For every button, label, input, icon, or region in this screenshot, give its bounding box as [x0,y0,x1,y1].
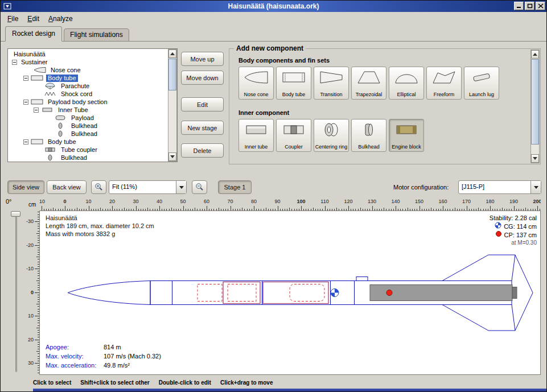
rotation-slider-handle[interactable] [11,211,20,217]
tree-item[interactable]: Inner Tube [9,106,168,114]
window-title: Haisunäätä (haisunaata.ork) [1,1,546,12]
add-coupler-button[interactable]: Coupler [276,119,311,152]
tree-item[interactable]: Haisunäätä [9,50,168,58]
tree-item[interactable]: Sustainer [9,58,168,66]
menu-bar: File Edit Analyze [1,12,546,25]
trapezoidal-fin-icon [356,69,381,85]
tree-item[interactable]: Bulkhead [9,154,168,161]
scroll-down-icon[interactable] [168,152,176,161]
tube-coupler-shape[interactable] [223,282,260,304]
rocket-mass: Mass with motors 3832 g [46,230,154,238]
rotation-slider[interactable] [15,212,17,372]
tree-item[interactable]: Payload [9,114,168,122]
scroll-up-icon[interactable] [168,49,176,58]
hint-shift-click: Shift+click to select other [80,379,149,386]
close-button[interactable] [536,2,545,10]
motor-configuration-value: [J115-P] [459,181,530,193]
body-tube-icon [31,98,44,105]
move-up-button[interactable]: Move up [181,52,224,66]
tree-scrollbar[interactable] [168,49,177,162]
tree-item[interactable]: Parachute [9,82,168,90]
fin-side-shape[interactable] [515,255,533,331]
fin-top-shape[interactable] [442,255,515,281]
scrollbar-thumb[interactable] [531,59,539,145]
inner-tube-shape[interactable] [263,282,328,304]
component-panel-scrollbar[interactable] [530,49,540,163]
delete-button[interactable]: Delete [181,143,224,158]
add-nose-cone-button[interactable]: Nose cone [238,67,274,100]
minimize-button[interactable] [514,2,524,10]
zoom-in-button[interactable] [91,180,106,194]
tree-item[interactable]: Bulkhead [9,122,168,130]
menu-analyze[interactable]: Analyze [44,13,77,24]
application-window: Haisunäätä (haisunaata.ork) File Edit An… [0,0,547,392]
nose-cone-shape[interactable] [68,281,150,305]
add-component-title: Add new component [234,44,306,52]
selected-tree-item: Body tube [46,75,78,82]
scrollbar-thumb[interactable] [168,59,176,90]
tree-item[interactable]: Body tube [9,74,168,82]
body-tube-icon [31,138,44,145]
add-launch-lug-button[interactable]: Launch lug [464,67,499,100]
stage-1-button[interactable]: Stage 1 [218,180,252,194]
bulkhead-icon [356,122,381,138]
scroll-down-icon[interactable] [531,154,539,163]
shock-cord-shape[interactable] [228,284,256,302]
tree-expander-icon[interactable] [23,100,28,105]
back-view-button[interactable]: Back view [47,180,87,194]
maximize-button[interactable] [525,2,534,10]
tree-item[interactable]: Tube coupler [9,146,168,154]
tree-item[interactable]: Nose cone [9,66,168,74]
tree-item[interactable]: Bulkhead [9,130,168,138]
motor-configuration-select[interactable]: [J115-P] [458,180,541,194]
zoom-select[interactable]: Fit (11%) [109,180,187,194]
velocity-value: 107 m/s (Mach 0.32) [104,353,161,360]
menu-edit[interactable]: Edit [23,13,44,24]
tree-item[interactable]: Payload body section [9,98,168,106]
add-inner-tube-button[interactable]: Inner tube [238,119,274,152]
zoom-value: Fit (11%) [109,181,176,193]
title-bar: Haisunäätä (haisunaata.ork) [1,1,546,12]
payload-icon [54,114,68,121]
payload-shape[interactable] [290,284,324,302]
add-freeform-fin-button[interactable]: Freeform [426,67,462,100]
inner-tube-icon [244,122,269,138]
tree-expander-icon[interactable] [23,76,28,81]
add-trapezoidal-fin-button[interactable]: Trapezoidal [351,67,386,100]
window-menu-icon[interactable] [3,2,12,10]
hint-double-click: Double-click to edit [159,379,211,386]
tree-expander-icon[interactable] [34,108,39,113]
tree-expander-icon[interactable] [23,139,28,145]
cp-icon [495,230,502,239]
new-stage-button[interactable]: New stage [181,121,224,135]
dropdown-arrow-icon[interactable] [176,181,186,193]
move-down-button[interactable]: Move down [181,71,224,85]
shock-cord-icon [44,90,57,97]
zoom-out-button[interactable] [192,180,207,194]
add-transition-button[interactable]: Transition [314,67,349,100]
scroll-up-icon[interactable] [531,50,539,59]
component-tree-panel: Haisunäätä Sustainer Nose cone Body tube… [7,48,178,162]
bulkhead-icon [54,130,68,137]
dropdown-arrow-icon[interactable] [530,181,541,193]
parachute-shape[interactable] [198,284,222,302]
tree-expander-icon[interactable] [12,60,17,65]
tab-rocket-design[interactable]: Rocket design [5,26,62,42]
add-engine-block-button[interactable]: Engine block [389,119,424,152]
component-tree: Haisunäätä Sustainer Nose cone Body tube… [9,50,168,161]
side-view-button[interactable]: Side view [7,180,44,194]
design-canvas[interactable]: Haisunäätä Length 189 cm, max. diameter … [39,211,541,375]
edit-button[interactable]: Edit [181,97,224,112]
menu-file[interactable]: File [3,13,23,24]
rotation-value: 0° [6,198,12,205]
add-bulkhead-button[interactable]: Bulkhead [351,119,386,152]
fin-bottom-shape[interactable] [442,305,515,331]
inner-component-section-title: Inner component [238,109,289,116]
add-centering-ring-button[interactable]: Centering ring [314,119,349,152]
tree-item[interactable]: Shock cord [9,90,168,98]
launch-lug-shape[interactable] [356,277,368,281]
tree-item[interactable]: Body tube [9,138,168,146]
tab-flight-simulations[interactable]: Flight simulations [64,28,129,42]
add-elliptical-fin-button[interactable]: Elliptical [389,67,424,100]
add-body-tube-button[interactable]: Body tube [276,67,311,100]
